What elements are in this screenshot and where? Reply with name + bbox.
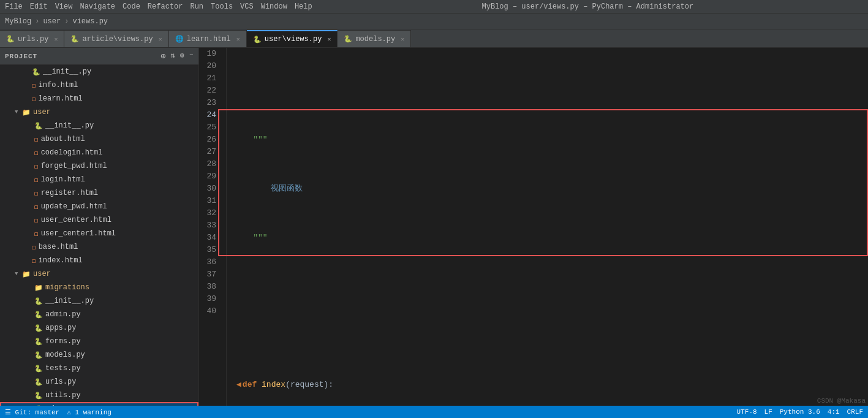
menu-refactor[interactable]: Refactor: [148, 2, 183, 11]
sidebar-item-migrations[interactable]: 📁 migrations: [0, 281, 198, 294]
sidebar-item-user-folder[interactable]: ▼ 📁 user: [0, 105, 198, 119]
html-file-icon: ◻: [32, 82, 36, 89]
sidebar-item-utils[interactable]: 🐍 utils.py: [0, 389, 198, 402]
html-icon: ◻: [34, 149, 39, 157]
folder-icon: 📁: [22, 108, 31, 116]
sidebar-item-admin[interactable]: 🐍 admin.py: [0, 308, 198, 321]
menu-navigate[interactable]: Navigate: [80, 2, 115, 11]
code-line-20: 视图函数: [234, 183, 868, 195]
sidebar-item-user-folder2[interactable]: ▼ 📁 user: [0, 267, 198, 281]
menu-code[interactable]: Code: [123, 2, 140, 11]
sidebar-item-label: __init__.py: [43, 67, 91, 76]
menu-view[interactable]: View: [55, 2, 73, 11]
sidebar-item-label: __init__.py: [45, 297, 94, 305]
collapse-icon[interactable]: –: [189, 51, 194, 61]
breadcrumb-user[interactable]: user: [43, 17, 61, 26]
tab-models-close[interactable]: ✕: [401, 36, 404, 43]
menu-vcs[interactable]: VCS: [240, 2, 254, 11]
tab-models[interactable]: 🐍 models.py ✕: [338, 30, 411, 47]
sidebar-item-user-init[interactable]: 🐍 __init__.py: [0, 119, 198, 132]
sidebar-item-label: learn.html: [39, 94, 83, 103]
sidebar-item-update-pwd[interactable]: ◻ update_pwd.html: [0, 200, 198, 213]
sidebar-item-init-py[interactable]: 🐍 __init__.py: [0, 65, 198, 78]
tab-article-views-label: article\views.py: [82, 35, 153, 44]
tab-article-views[interactable]: 🐍 article\views.py ✕: [64, 30, 168, 47]
line-ending: CRLF: [847, 408, 863, 416]
sidebar-item-forget-pwd[interactable]: ◻ forget_pwd.html: [0, 159, 198, 173]
sidebar-item-codelogin[interactable]: ◻ codelogin.html: [0, 146, 198, 159]
menu-window[interactable]: Window: [261, 2, 287, 11]
tab-learn-label: learn.html: [187, 35, 231, 44]
line-num: 31: [199, 195, 221, 207]
tab-user-views[interactable]: 🐍 user\views.py ✕: [247, 30, 338, 47]
sidebar-item-init2[interactable]: 🐍 __init__.py: [0, 294, 198, 308]
line-num: 37: [199, 268, 221, 281]
sidebar-item-register[interactable]: ◻ register.html: [0, 186, 198, 200]
add-icon[interactable]: ⊕: [160, 51, 165, 61]
line-num: 40: [199, 305, 221, 317]
menu-tools[interactable]: Tools: [211, 2, 233, 11]
py-file-icon: 🐍: [32, 68, 40, 76]
line-num: 27: [199, 146, 221, 158]
py-icon: 🐍: [6, 35, 15, 43]
sidebar-project-label: Project: [5, 53, 37, 60]
sort-icon[interactable]: ⇅: [170, 51, 175, 61]
breadcrumb-sep2: ›: [64, 17, 69, 26]
sidebar-item-label: update_pwd.html: [41, 202, 107, 211]
sidebar-item-models[interactable]: 🐍 models.py: [0, 348, 198, 362]
warning-status: ⚠ 1 warning: [67, 408, 111, 416]
sidebar-item-learn-html[interactable]: ◻ learn.html: [0, 92, 198, 105]
line-num: 32: [199, 207, 221, 219]
html-icon: ◻: [34, 176, 39, 184]
menu-edit[interactable]: Edit: [30, 2, 48, 11]
code-content[interactable]: """ 视图函数 """ ◀def index(request): ◀ """ …: [227, 48, 868, 406]
watermark-text: CSDN @Makasa: [817, 397, 866, 405]
tab-urls-close[interactable]: ✕: [54, 36, 58, 43]
python-version: Python 3.6: [780, 408, 820, 416]
line-num: 36: [199, 256, 221, 268]
sidebar-item-user-center[interactable]: ◻ user_center.html: [0, 213, 198, 227]
py-icon5: 🐍: [34, 297, 43, 305]
sidebar-item-login[interactable]: ◻ login.html: [0, 173, 198, 186]
status-left: ☰ Git: master ⚠ 1 warning: [5, 408, 111, 416]
editor[interactable]: 19 20 21 22 23 24 25 26 27 28 29 30 31 3…: [199, 48, 868, 406]
py-icon9: 🐍: [34, 351, 43, 359]
sidebar-item-label: index.html: [39, 256, 83, 265]
sidebar-item-index[interactable]: ◻ index.html: [0, 254, 198, 267]
html-icon: ◻: [34, 203, 39, 211]
tab-article-close[interactable]: ✕: [159, 36, 162, 43]
sidebar-item-tests[interactable]: 🐍 tests.py: [0, 362, 198, 375]
py-icon6: 🐍: [34, 311, 43, 319]
breadcrumb: MyBlog › user › views.py: [0, 13, 868, 29]
sidebar-item-about[interactable]: ◻ about.html: [0, 132, 198, 146]
tab-learn-close[interactable]: ✕: [236, 36, 240, 43]
sidebar-item-label: user: [33, 108, 51, 116]
tabs-bar: 🐍 urls.py ✕ 🐍 article\views.py ✕ 🌐 learn…: [0, 29, 868, 48]
menu-bar[interactable]: File Edit View Navigate Code Refactor Ru…: [5, 2, 312, 11]
sidebar-item-urls[interactable]: 🐍 urls.py: [0, 375, 198, 389]
tab-learn-html[interactable]: 🌐 learn.html ✕: [169, 30, 247, 47]
title-bar: File Edit View Navigate Code Refactor Ru…: [0, 0, 868, 13]
sidebar-item-base[interactable]: ◻ base.html: [0, 240, 198, 254]
sidebar-item-forms[interactable]: 🐍 forms.py: [0, 335, 198, 348]
sidebar-item-apps[interactable]: 🐍 apps.py: [0, 321, 198, 335]
py-icon4: 🐍: [344, 35, 352, 43]
breadcrumb-myblog[interactable]: MyBlog: [5, 17, 31, 26]
menu-file[interactable]: File: [5, 2, 23, 11]
code-line-21: """: [234, 232, 868, 244]
tab-user-views-label: user\views.py: [265, 35, 322, 44]
tab-user-views-close[interactable]: ✕: [327, 36, 331, 43]
tab-urls[interactable]: 🐍 urls.py ✕: [0, 30, 64, 47]
line-numbers: 19 20 21 22 23 24 25 26 27 28 29 30 31 3…: [199, 48, 227, 406]
sidebar-item-info-html[interactable]: ◻ info.html: [0, 78, 198, 92]
line-num: 39: [199, 293, 221, 305]
main-layout: Project ⊕ ⇅ ⚙ – 🐍 __init__.py ◻ info.htm…: [0, 48, 868, 406]
menu-run[interactable]: Run: [190, 2, 203, 11]
code-area[interactable]: 19 20 21 22 23 24 25 26 27 28 29 30 31 3…: [199, 48, 868, 406]
sidebar-item-label: utils.py: [45, 391, 81, 400]
sidebar-item-label: forget_pwd.html: [41, 162, 107, 170]
sidebar-item-user-center1[interactable]: ◻ user_center1.html: [0, 227, 198, 240]
gear-icon[interactable]: ⚙: [180, 51, 184, 61]
breadcrumb-views[interactable]: views.py: [72, 17, 108, 26]
menu-help[interactable]: Help: [295, 2, 312, 11]
